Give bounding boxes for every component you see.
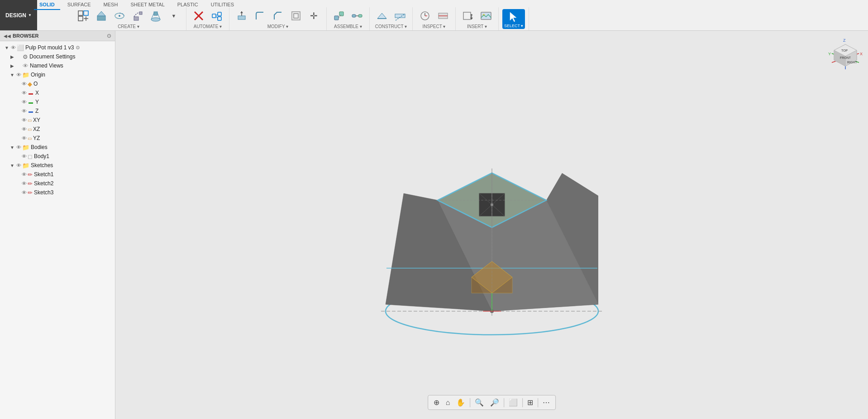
zoom-fit-button[interactable]: 🔎 bbox=[488, 397, 501, 408]
tree-item-xz-plane[interactable]: 👁 ▭ XZ bbox=[0, 125, 115, 134]
svg-rect-22 bbox=[238, 16, 245, 19]
separator-2 bbox=[504, 398, 504, 407]
tree-item-bodies[interactable]: ▼ 👁 📁 Bodies bbox=[0, 143, 115, 152]
3d-viewport[interactable]: Z X Y FRONT RIGHT TOP ⊕ ⌂ ✋ 🔍 🔎 ⬜ ⊞ bbox=[115, 31, 868, 419]
insert-image-icon bbox=[479, 9, 493, 23]
tree-label-o: O bbox=[33, 81, 38, 87]
tree-item-sketch3[interactable]: 👁 ✏ Sketch3 bbox=[0, 188, 115, 197]
tree-eye-root[interactable]: 👁 bbox=[11, 45, 16, 50]
tree-label-z: Z bbox=[35, 108, 38, 114]
press-pull-icon bbox=[235, 9, 248, 23]
tree-label-yz: YZ bbox=[33, 135, 40, 141]
group-insert: INSERT ▾ bbox=[456, 7, 499, 30]
automation-button[interactable] bbox=[208, 8, 225, 24]
tree-expand-origin[interactable]: ▼ bbox=[9, 72, 15, 77]
new-component-button[interactable] bbox=[75, 8, 92, 24]
axis-button[interactable] bbox=[391, 8, 409, 24]
tree-icon-xz: ▭ bbox=[28, 127, 32, 132]
grid-button[interactable]: ⊞ bbox=[525, 397, 535, 408]
tree-item-origin[interactable]: ▼ 👁 📁 Origin bbox=[0, 70, 115, 79]
tree-label-sketches: Sketches bbox=[31, 162, 53, 169]
revolve-button[interactable] bbox=[111, 8, 128, 24]
tree-item-body1[interactable]: 👁 ◻ Body1 bbox=[0, 152, 115, 161]
tree-item-yz-plane[interactable]: 👁 ▭ YZ bbox=[0, 134, 115, 143]
tree-item-z-axis[interactable]: 👁 ▬ Z bbox=[0, 106, 115, 116]
group-create: ▼ CREATE ▾ bbox=[71, 7, 186, 30]
extrude-button[interactable] bbox=[93, 8, 110, 24]
display-mode-button[interactable]: ⬜ bbox=[507, 397, 520, 408]
tree-item-root[interactable]: ▼ 👁 ⬜ Pulp Pot mould 1 v3 ⚙ bbox=[0, 43, 115, 52]
svg-rect-26 bbox=[294, 14, 298, 18]
browser-collapse-icon[interactable]: ◀◀ bbox=[4, 34, 11, 39]
plane-button[interactable] bbox=[373, 8, 391, 24]
measure-button[interactable] bbox=[416, 8, 434, 24]
tree-settings-icon[interactable]: ⚙ bbox=[76, 45, 80, 51]
insert-svg-button[interactable] bbox=[459, 8, 477, 24]
fit-to-screen-button[interactable]: ⊕ bbox=[432, 397, 441, 408]
tree-item-doc-settings[interactable]: ▶ ⚙ Document Settings bbox=[0, 52, 115, 61]
tab-solid[interactable]: SOLID bbox=[34, 0, 60, 10]
move-button[interactable]: ✛ bbox=[305, 8, 323, 24]
tree-item-y-axis[interactable]: 👁 ▬ Y bbox=[0, 97, 115, 106]
loft-button[interactable] bbox=[147, 8, 164, 24]
tree-eye-sketch1[interactable]: 👁 bbox=[22, 172, 27, 177]
tab-plastic[interactable]: PLASTIC bbox=[172, 0, 204, 10]
tree-expand-named-views[interactable]: ▶ bbox=[9, 63, 15, 68]
orbit-button[interactable]: ✋ bbox=[454, 397, 467, 408]
tree-item-x-axis[interactable]: 👁 ▬ X bbox=[0, 88, 115, 97]
motion-link-button[interactable] bbox=[348, 8, 366, 24]
shell-button[interactable] bbox=[287, 8, 305, 24]
svg-rect-25 bbox=[292, 12, 300, 20]
tree-expand-root[interactable]: ▼ bbox=[4, 45, 10, 50]
tree-item-origin-point[interactable]: 👁 ◆ O bbox=[0, 79, 115, 88]
assemble-icons bbox=[330, 7, 366, 24]
tab-sheet-metal[interactable]: SHEET METAL bbox=[125, 0, 170, 10]
tree-expand-sketches[interactable]: ▼ bbox=[9, 163, 15, 168]
browser-search-icon[interactable]: ⊙ bbox=[107, 33, 111, 39]
tree-eye-z[interactable]: 👁 bbox=[22, 108, 27, 114]
tree-eye-body1[interactable]: 👁 bbox=[22, 154, 27, 159]
svg-text:Y: Y bbox=[828, 52, 831, 56]
tree-eye-y[interactable]: 👁 bbox=[22, 99, 27, 105]
tree-item-sketch1[interactable]: 👁 ✏ Sketch1 bbox=[0, 170, 115, 179]
tree-eye-sketches[interactable]: 👁 bbox=[16, 163, 21, 168]
fillet-button[interactable] bbox=[251, 8, 268, 24]
tab-utilities[interactable]: UTILITIES bbox=[205, 0, 239, 10]
toolbar: DESIGN ▼ SOLID SURFACE MESH SHEET METAL … bbox=[0, 0, 868, 31]
tab-surface[interactable]: SURFACE bbox=[62, 0, 96, 10]
tree-item-sketch2[interactable]: 👁 ✏ Sketch2 bbox=[0, 179, 115, 188]
zoom-window-button[interactable]: 🔍 bbox=[473, 397, 486, 408]
tree-eye-sketch3[interactable]: 👁 bbox=[22, 190, 27, 195]
home-button[interactable]: ⌂ bbox=[444, 398, 452, 408]
tree-item-xy-plane[interactable]: 👁 ▭ XY bbox=[0, 116, 115, 125]
sweep-button[interactable] bbox=[129, 8, 146, 24]
section-button[interactable] bbox=[434, 8, 452, 24]
insert-image-button[interactable] bbox=[477, 8, 495, 24]
design-button[interactable]: DESIGN ▼ bbox=[0, 0, 37, 30]
view-cube[interactable]: Z X Y FRONT RIGHT TOP bbox=[827, 35, 863, 72]
delete-rule-button[interactable] bbox=[190, 8, 207, 24]
select-button[interactable]: SELECT ▾ bbox=[502, 9, 525, 29]
more-button[interactable]: ⋯ bbox=[541, 397, 552, 408]
create-more-button[interactable]: ▼ bbox=[165, 8, 182, 24]
tree-eye-yz[interactable]: 👁 bbox=[22, 135, 27, 141]
tree-eye-sketch2[interactable]: 👁 bbox=[22, 181, 27, 186]
tree-eye-xz[interactable]: 👁 bbox=[22, 126, 27, 132]
tree-item-sketches[interactable]: ▼ 👁 📁 Sketches bbox=[0, 161, 115, 170]
construct-icons bbox=[373, 7, 409, 24]
press-pull-button[interactable] bbox=[233, 8, 250, 24]
tree-eye-bodies[interactable]: 👁 bbox=[16, 144, 21, 150]
bottom-toolbar: ⊕ ⌂ ✋ 🔍 🔎 ⬜ ⊞ ⋯ bbox=[428, 395, 556, 410]
tree-eye-x[interactable]: 👁 bbox=[22, 90, 27, 96]
tree-eye-o[interactable]: 👁 bbox=[22, 81, 27, 87]
assemble-label: ASSEMBLE ▾ bbox=[334, 24, 362, 30]
chamfer-button[interactable] bbox=[269, 8, 286, 24]
tree-item-named-views[interactable]: ▶ 👁 Named Views bbox=[0, 61, 115, 70]
joint-button[interactable] bbox=[330, 8, 348, 24]
tree-expand-doc-settings[interactable]: ▶ bbox=[9, 54, 15, 59]
tab-mesh[interactable]: MESH bbox=[98, 0, 124, 10]
tree-expand-bodies[interactable]: ▼ bbox=[9, 145, 15, 150]
tree-eye-xy[interactable]: 👁 bbox=[22, 117, 27, 123]
tree-eye-origin[interactable]: 👁 bbox=[16, 72, 21, 77]
joint-icon bbox=[332, 9, 346, 23]
